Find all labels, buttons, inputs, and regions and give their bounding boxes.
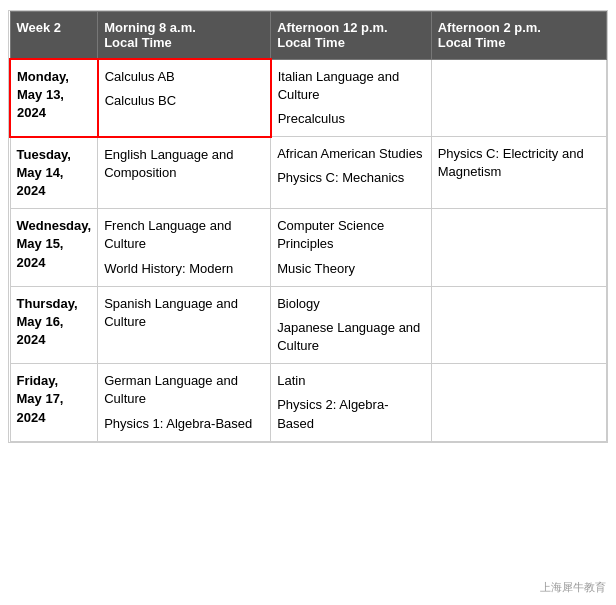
day-cell: Friday,May 17,2024 [10, 364, 98, 442]
header-row: Week 2 Morning 8 a.m.Local Time Afternoo… [10, 12, 607, 60]
table-row: Friday,May 17,2024German Language and Cu… [10, 364, 607, 442]
morning-cell: English Language and Composition [98, 137, 271, 209]
afternoon12-cell: BiologyJapanese Language and Culture [271, 286, 432, 364]
afternoon12-cell: Italian Language and CulturePrecalculus [271, 59, 432, 137]
schedule-table: Week 2 Morning 8 a.m.Local Time Afternoo… [9, 11, 607, 442]
afternoon12-cell: Computer Science PrinciplesMusic Theory [271, 209, 432, 287]
day-cell: Tuesday,May 14,2024 [10, 137, 98, 209]
day-cell: Wednesday,May 15,2024 [10, 209, 98, 287]
morning-cell: French Language and CultureWorld History… [98, 209, 271, 287]
table-row: Tuesday,May 14,2024English Language and … [10, 137, 607, 209]
afternoon12-cell: African American StudiesPhysics C: Mecha… [271, 137, 432, 209]
morning-cell: Calculus ABCalculus BC [98, 59, 271, 137]
watermark: 上海犀牛教育 [540, 580, 606, 595]
table-row: Thursday,May 16,2024Spanish Language and… [10, 286, 607, 364]
afternoon2-cell: Physics C: Electricity and Magnetism [431, 137, 606, 209]
day-cell: Monday,May 13,2024 [10, 59, 98, 137]
afternoon12-cell: LatinPhysics 2: Algebra-Based [271, 364, 432, 442]
afternoon2-cell [431, 364, 606, 442]
table-row: Monday,May 13,2024Calculus ABCalculus BC… [10, 59, 607, 137]
day-cell: Thursday,May 16,2024 [10, 286, 98, 364]
col-afternoon2: Afternoon 2 p.m.Local Time [431, 12, 606, 60]
morning-cell: Spanish Language and Culture [98, 286, 271, 364]
afternoon2-cell [431, 286, 606, 364]
afternoon2-cell [431, 209, 606, 287]
afternoon2-cell [431, 59, 606, 137]
table-row: Wednesday,May 15,2024French Language and… [10, 209, 607, 287]
col-week: Week 2 [10, 12, 98, 60]
morning-cell: German Language and CulturePhysics 1: Al… [98, 364, 271, 442]
col-afternoon12: Afternoon 12 p.m.Local Time [271, 12, 432, 60]
col-morning: Morning 8 a.m.Local Time [98, 12, 271, 60]
